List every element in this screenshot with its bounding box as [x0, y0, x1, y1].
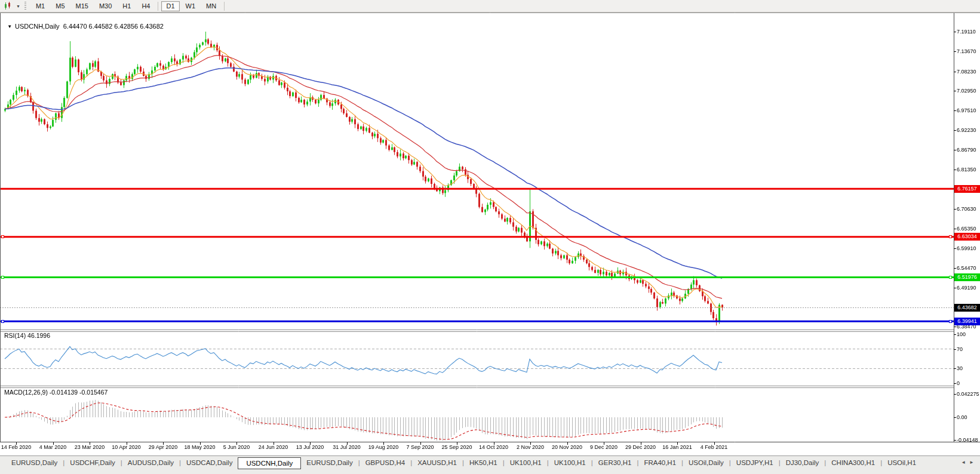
- price-axis-tick: 7.08230: [957, 69, 976, 75]
- timeframe-button-h1[interactable]: H1: [118, 1, 136, 11]
- chart-canvas[interactable]: [0, 0, 980, 474]
- chart-ohlc-values: 6.44470 6.44582 6.42856 6.43682: [63, 23, 164, 30]
- price-axis-tick: 6.70630: [957, 206, 976, 212]
- tab-ger30-h1[interactable]: GER30,H1: [593, 457, 637, 468]
- timeframe-button-m30[interactable]: M30: [94, 1, 116, 11]
- hline-drag-handle[interactable]: [949, 320, 952, 323]
- rsi-axis-tick: 100: [957, 331, 966, 337]
- one-click-trading-collapse-icon[interactable]: ▼: [7, 24, 12, 29]
- tab-hk50-h1[interactable]: HK50,H1: [464, 457, 503, 468]
- tab-usoil-h1[interactable]: USOil,H1: [882, 457, 921, 468]
- timeframe-button-m5[interactable]: M5: [51, 1, 69, 11]
- price-axis-tick: 7.19110: [957, 29, 976, 35]
- price-axis-tick: 6.49190: [957, 285, 976, 291]
- tab-scroll-left-icon[interactable]: ◄: [961, 460, 966, 465]
- tab-usdcad-daily[interactable]: USDCAD,Daily: [181, 457, 238, 468]
- tab-usdjpy-h1[interactable]: USDJPY,H1: [731, 457, 779, 468]
- tab-xauusd-h1[interactable]: XAUUSD,H1: [412, 457, 462, 468]
- price-axis-tick: 6.59910: [957, 245, 976, 251]
- tab-fra40-h1[interactable]: FRA40,H1: [638, 457, 681, 468]
- charts-toolbar-icon[interactable]: [2, 1, 13, 11]
- macd-indicator-label: MACD(12,26,9) -0.014139 -0.015467: [4, 389, 107, 396]
- timeframe-button-d1[interactable]: D1: [161, 1, 179, 11]
- macd-axis-tick: 0.042275: [957, 391, 979, 397]
- tab-uk100-h1[interactable]: UK100,H1: [505, 457, 547, 468]
- tab-usdchf-daily[interactable]: USDCHF,Daily: [64, 457, 120, 468]
- chart-title: ▼USDCNH,Daily 6.44470 6.44582 6.42856 6.…: [4, 16, 164, 30]
- timeframe-button-m15[interactable]: M15: [71, 1, 93, 11]
- tab-scroll-arrows: ◄ ►: [957, 457, 978, 467]
- tab-audusd-daily[interactable]: AUDUSD,Daily: [122, 457, 179, 468]
- hline-drag-handle[interactable]: [949, 276, 952, 279]
- tab-eurusd-daily[interactable]: EURUSD,Daily: [6, 457, 63, 468]
- hline-price-chip: 6.63034: [954, 233, 980, 241]
- hline-drag-handle[interactable]: [1, 235, 4, 238]
- current-price-chip: 6.43682: [954, 304, 980, 312]
- hline-price-chip: 6.76157: [954, 185, 980, 193]
- tab-uk100-h1[interactable]: UK100,H1: [549, 457, 591, 468]
- macd-axis-tick: 0.00: [957, 414, 967, 420]
- tab-gbpusd-h4[interactable]: GBPUSD,H4: [360, 457, 410, 468]
- tab-usdcnh-daily[interactable]: USDCNH,Daily: [238, 457, 301, 469]
- timeframe-button-w1[interactable]: W1: [181, 1, 201, 11]
- rsi-axis-tick: 30: [957, 365, 963, 371]
- price-axis-tick: 6.81350: [957, 167, 976, 173]
- chart-tab-bar: EURUSD,Daily|USDCHF,Daily|AUDUSD,Daily|U…: [0, 455, 980, 474]
- rsi-axis-tick: 70: [957, 346, 963, 352]
- date-axis-label: 4 Feb 2021: [689, 444, 739, 450]
- timeframe-button-group: M1M5M15M30H1H4D1W1MN: [30, 1, 227, 11]
- tab-scroll-right-icon[interactable]: ►: [969, 460, 974, 465]
- hline-price-chip: 6.39941: [954, 318, 980, 325]
- price-axis-tick: 6.65350: [957, 226, 976, 232]
- toolbar-separator: [158, 2, 158, 11]
- macd-axis-tick: -0.04148: [957, 437, 978, 443]
- price-axis-tick: 6.92230: [957, 127, 976, 133]
- tab-dj30-daily[interactable]: DJ30,Daily: [781, 457, 825, 468]
- tab-eurusd-daily[interactable]: EURUSD,Daily: [301, 457, 358, 468]
- mini-chart-icon: [4, 2, 12, 10]
- timeframe-button-m1[interactable]: M1: [31, 1, 50, 11]
- top-toolbar: ▼ M1M5M15M30H1H4D1W1MN: [0, 0, 980, 13]
- rsi-axis-tick: 0: [957, 380, 960, 386]
- timeframe-button-mn[interactable]: MN: [201, 1, 221, 11]
- price-axis-tick: 6.54470: [957, 265, 976, 271]
- hline-drag-handle[interactable]: [949, 235, 952, 238]
- price-axis-tick: 6.97510: [957, 107, 976, 113]
- toolbar-grip[interactable]: [24, 2, 26, 10]
- price-axis-tick: 6.86790: [957, 147, 976, 153]
- hline-drag-handle[interactable]: [1, 320, 4, 323]
- toolbar-separator: [224, 2, 225, 11]
- toolbar-dropdown-icon[interactable]: ▼: [14, 4, 22, 8]
- chart-symbol-label: USDCNH,Daily: [15, 23, 60, 30]
- rsi-indicator-label: RSI(14) 46.1996: [4, 332, 50, 339]
- price-axis-tick: 7.02950: [957, 88, 976, 94]
- chart-tabs: EURUSD,Daily|USDCHF,Daily|AUDUSD,Daily|U…: [6, 457, 921, 469]
- hline-drag-handle[interactable]: [1, 276, 4, 279]
- price-axis-tick: 7.13670: [957, 48, 976, 54]
- tab-china300-h1[interactable]: CHINA300,H1: [826, 457, 880, 468]
- tab-usoil-daily[interactable]: USOil,Daily: [683, 457, 729, 468]
- timeframe-button-h4[interactable]: H4: [137, 1, 155, 11]
- hline-price-chip: 6.51976: [954, 273, 980, 281]
